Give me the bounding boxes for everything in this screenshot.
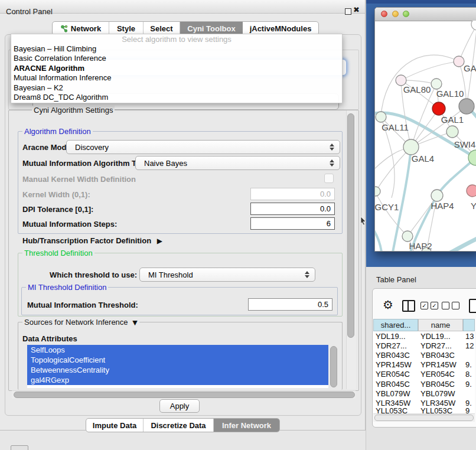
node-gcy1[interactable] bbox=[375, 187, 380, 196]
close-icon[interactable]: ✖ bbox=[353, 5, 360, 14]
node-hap2[interactable] bbox=[402, 231, 413, 242]
network-canvas[interactable]: GAL GAL80 GAL10 GAL1 GAL11 SWI4 GAL4 GCY… bbox=[375, 21, 476, 251]
mi-threshold-label: Mutual Information Threshold: bbox=[27, 301, 138, 309]
node-gal4[interactable] bbox=[403, 139, 419, 155]
algorithm-option[interactable]: Dream8 DC_TDC Algorithm bbox=[11, 93, 342, 102]
mouse-cursor bbox=[360, 217, 367, 226]
dpi-tolerance-field[interactable]: 0.0 bbox=[250, 203, 335, 215]
manual-kernel-width-checkbox[interactable] bbox=[324, 174, 334, 183]
checked-box-icon: ✓ bbox=[420, 302, 428, 309]
node-y-clipped[interactable] bbox=[467, 185, 476, 197]
node-gal10[interactable] bbox=[431, 79, 442, 89]
tab-style[interactable]: Style bbox=[109, 22, 144, 35]
table-row[interactable]: YBR045CYBR045C9. bbox=[373, 379, 475, 389]
which-threshold-combo[interactable]: MI Threshold bbox=[139, 268, 315, 282]
attributes-vscrollbar-thumb[interactable] bbox=[330, 346, 337, 387]
tab-impute-data[interactable]: Impute Data bbox=[86, 419, 144, 432]
node-gal11[interactable] bbox=[376, 112, 386, 122]
node-unlabeled[interactable] bbox=[471, 21, 476, 30]
float-window-icon[interactable] bbox=[345, 8, 351, 15]
control-panel-title: Control Panel bbox=[6, 7, 53, 16]
column-header-partial[interactable] bbox=[463, 319, 475, 331]
data-attributes-list: SelfLoops TopologicalCoefficient Between… bbox=[27, 345, 328, 388]
algorithm-dropdown-popup: Select algorithm to view settings Bayesi… bbox=[11, 34, 343, 103]
zoom-traffic-light[interactable] bbox=[403, 11, 409, 17]
table-row[interactable]: YPR145WYPR145W9. bbox=[373, 360, 475, 370]
algorithm-option[interactable]: Mutual Information Inference bbox=[11, 73, 342, 83]
tab-cyni-toolbox[interactable]: Cyni Toolbox bbox=[180, 22, 243, 35]
mi-steps-value: 6 bbox=[327, 219, 331, 228]
app-root: Control Panel ✖ Network Style Select Cyn… bbox=[0, 0, 476, 450]
sources-expander[interactable]: Sources for Network Inference ▼ bbox=[22, 318, 139, 327]
node-label: GAL bbox=[464, 63, 476, 73]
table-row[interactable]: YDR27...YDR27...12 bbox=[373, 341, 475, 350]
table-row[interactable]: YLR345WYLR345W9. bbox=[373, 398, 475, 407]
tab-network[interactable]: Network bbox=[53, 22, 109, 35]
expand-right-icon: ▶ bbox=[157, 237, 162, 245]
kernel-width-label: Kernel Width (0,1): bbox=[22, 190, 90, 199]
algorithm-option-highlighted[interactable]: ARACNE Algorithm bbox=[11, 64, 342, 73]
node-label: GAL4 bbox=[412, 154, 434, 164]
mi-threshold-field[interactable]: 0.5 bbox=[248, 298, 332, 311]
node-gal1-red[interactable] bbox=[432, 102, 445, 115]
close-traffic-light[interactable] bbox=[381, 11, 387, 17]
deselect-all-columns-icon[interactable] bbox=[442, 302, 459, 309]
hub-definition-expander[interactable]: Hub/Transcription Factor Definition ▶ bbox=[22, 236, 162, 245]
mi-threshold-value: 0.5 bbox=[318, 300, 328, 309]
data-attributes-label: Data Attributes bbox=[22, 334, 77, 343]
table-row[interactable]: YER054CYER054C8. bbox=[373, 370, 475, 379]
attribute-item-selected[interactable]: BetweennessCentrality bbox=[27, 365, 328, 375]
tab-infer-network[interactable]: Infer Network bbox=[214, 419, 279, 432]
kernel-width-field[interactable]: 0.0 bbox=[250, 188, 335, 200]
spinner-arrows-icon bbox=[328, 159, 336, 167]
attribute-item-selected[interactable]: gal4RGexp bbox=[27, 375, 328, 385]
select-all-columns-icon[interactable]: ✓ ✓ bbox=[420, 302, 438, 309]
column-header-name[interactable]: name bbox=[418, 319, 463, 331]
settings-hscrollbar-thumb[interactable] bbox=[14, 392, 355, 398]
mi-algorithm-type-label: Mutual Information Algorithm Type: bbox=[22, 159, 152, 168]
mi-algorithm-type-combo[interactable]: Naive Bayes bbox=[135, 156, 340, 170]
network-window[interactable]: GAL GAL80 GAL10 GAL1 GAL11 SWI4 GAL4 GCY… bbox=[374, 7, 476, 252]
tab-discretize-data[interactable]: Discretize Data bbox=[144, 419, 214, 432]
attribute-item-selected[interactable]: SelfLoops bbox=[27, 345, 328, 355]
column-header-shared[interactable]: shared... bbox=[373, 319, 418, 331]
table-row-clipped[interactable]: YLL053CYLL053C9 bbox=[373, 408, 475, 414]
tab-jactivemnodules[interactable]: jActiveMNodules bbox=[243, 22, 318, 35]
table-hscrollbar-thumb[interactable] bbox=[374, 415, 474, 421]
mi-steps-field[interactable]: 6 bbox=[250, 217, 335, 230]
algorithm-option[interactable]: Bayesian – K2 bbox=[11, 83, 342, 93]
apply-button[interactable]: Apply bbox=[159, 399, 200, 413]
threshold-definition-title: Threshold Definition bbox=[22, 249, 94, 257]
algorithm-option[interactable]: Bayesian – Hill Climbing bbox=[11, 44, 342, 54]
expand-down-icon: ▼ bbox=[132, 319, 137, 327]
node-label: GAL80 bbox=[403, 84, 431, 94]
gear-icon[interactable]: ⚙ bbox=[383, 299, 393, 311]
node-label: GAL11 bbox=[382, 122, 409, 132]
split-columns-icon[interactable] bbox=[402, 300, 415, 312]
network-window-titlebar[interactable] bbox=[375, 8, 476, 21]
table-row[interactable]: YBR043CYBR043C bbox=[373, 350, 475, 360]
tab-select[interactable]: Select bbox=[144, 22, 180, 35]
attribute-item-selected[interactable]: TopologicalCoefficient bbox=[27, 355, 328, 365]
node-gal1-green[interactable] bbox=[446, 126, 458, 138]
aracne-mode-combo[interactable]: Discovery bbox=[66, 140, 340, 154]
settings-vscrollbar-thumb[interactable] bbox=[347, 113, 354, 338]
table-body: YDL19...YDL19...13 YDR27...YDR27...12 YB… bbox=[373, 331, 475, 414]
dpi-tolerance-label: DPI Tolerance [0,1]: bbox=[22, 205, 93, 214]
which-threshold-value: MI Threshold bbox=[140, 270, 303, 279]
table-row[interactable]: YBL079WYBL079W bbox=[373, 389, 475, 398]
algorithm-option[interactable]: Basic Correlation Inference bbox=[11, 54, 342, 63]
node-gal-clipped[interactable] bbox=[454, 56, 464, 67]
node-label: SWI4 bbox=[454, 139, 476, 149]
kernel-width-value: 0.0 bbox=[320, 190, 331, 198]
minimize-traffic-light[interactable] bbox=[392, 11, 399, 17]
desktop-top-strip bbox=[366, 0, 476, 4]
table-row[interactable]: YDL19...YDL19...13 bbox=[373, 331, 475, 341]
partial-bottom-icon[interactable] bbox=[11, 445, 28, 450]
node-hap4[interactable] bbox=[431, 190, 443, 201]
node-label: GAL1 bbox=[441, 115, 464, 125]
which-threshold-label: Which threshold to use: bbox=[50, 270, 137, 279]
document-icon[interactable] bbox=[469, 299, 476, 313]
node-gray[interactable] bbox=[459, 99, 474, 114]
checked-box-icon: ✓ bbox=[431, 302, 438, 309]
